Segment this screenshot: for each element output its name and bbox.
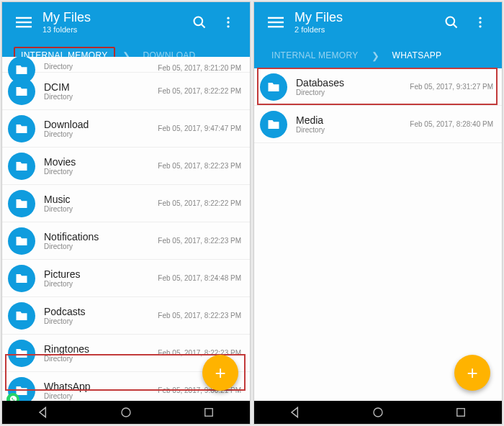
list-item[interactable]: PicturesDirectory Feb 05, 2017, 8:24:48 … <box>2 260 250 297</box>
list-item[interactable]: DownloadDirectory Feb 05, 2017, 9:47:47 … <box>2 110 250 148</box>
nav-recent-icon[interactable] <box>439 404 482 421</box>
more-icon[interactable] <box>470 12 490 32</box>
list-item[interactable]: MediaDirectory Feb 05, 2017, 8:28:40 PM <box>254 106 502 143</box>
svg-rect-12 <box>268 26 284 27</box>
svg-rect-9 <box>204 409 212 417</box>
fab-add[interactable]: + <box>454 355 490 391</box>
more-icon[interactable] <box>218 12 238 32</box>
item-sub: Directory <box>44 63 158 71</box>
app-subtitle: 13 folders <box>42 25 185 34</box>
item-name: Movies <box>44 156 158 168</box>
svg-rect-1 <box>16 22 32 23</box>
fab-add[interactable]: + <box>202 355 238 391</box>
nav-recent-icon[interactable] <box>187 404 230 421</box>
menu-icon[interactable] <box>14 12 34 32</box>
item-name: Download <box>44 119 158 130</box>
list-item[interactable]: Directory Feb 05, 2017, 8:21:20 PM <box>2 57 250 73</box>
svg-rect-0 <box>16 17 32 19</box>
item-date: Feb 05, 2017, 8:22:23 PM <box>158 237 241 245</box>
folder-icon <box>8 190 35 217</box>
android-navbar <box>2 401 250 424</box>
item-date: Feb 05, 2017, 8:22:22 PM <box>158 199 241 207</box>
item-date: Feb 05, 2017, 8:24:48 PM <box>158 274 241 282</box>
svg-point-7 <box>227 25 229 27</box>
svg-point-3 <box>194 17 203 26</box>
list-item[interactable]: MusicDirectory Feb 05, 2017, 8:22:22 PM <box>2 185 250 222</box>
chevron-right-icon: ❯ <box>372 50 379 61</box>
item-name: Media <box>296 114 410 126</box>
svg-point-17 <box>479 25 481 27</box>
file-list[interactable]: DatabasesDirectory Feb 05, 2017, 9:31:27… <box>254 68 502 401</box>
plus-icon: + <box>215 362 225 384</box>
item-sub: Directory <box>44 130 158 138</box>
svg-rect-10 <box>268 17 284 19</box>
item-date: Feb 05, 2017, 8:22:22 PM <box>158 87 241 95</box>
app-subtitle: 2 folders <box>294 25 437 34</box>
folder-icon <box>8 265 35 292</box>
screen-right: My Files 2 folders INTERNAL MEMORY ❯ WHA… <box>253 1 503 425</box>
item-sub: Directory <box>44 280 158 288</box>
item-name: WhatsApp <box>44 381 158 392</box>
android-navbar <box>254 401 502 424</box>
list-item[interactable]: NotificationsDirectory Feb 05, 2017, 8:2… <box>2 222 250 260</box>
nav-back-icon[interactable] <box>22 404 65 421</box>
nav-home-icon[interactable] <box>356 404 400 421</box>
nav-back-icon[interactable] <box>274 404 317 421</box>
item-date: Feb 05, 2017, 8:21:20 PM <box>158 64 241 72</box>
svg-point-13 <box>446 17 455 26</box>
item-date: Feb 05, 2017, 8:28:40 PM <box>410 120 493 128</box>
item-name: Ringtones <box>44 343 158 355</box>
item-name: Pictures <box>44 268 158 280</box>
item-sub: Directory <box>296 126 410 134</box>
item-date: Feb 05, 2017, 8:22:23 PM <box>158 162 241 170</box>
folder-icon <box>8 377 35 402</box>
item-date: Feb 05, 2017, 8:22:23 PM <box>158 349 241 357</box>
folder-icon <box>8 78 35 105</box>
folder-icon <box>8 302 35 330</box>
breadcrumb: INTERNAL MEMORY ❯ WHATSAPP <box>254 42 502 68</box>
svg-point-8 <box>122 408 130 417</box>
screen-left: My Files 13 folders INTERNAL MEMORY ❯ DO… <box>1 1 251 425</box>
svg-rect-19 <box>456 409 464 417</box>
breadcrumb-whatsapp[interactable]: WHATSAPP <box>387 48 448 63</box>
appbar-titles: My Files 2 folders <box>294 11 437 34</box>
search-icon[interactable] <box>441 12 462 32</box>
item-date: Feb 05, 2017, 9:47:47 PM <box>158 124 241 132</box>
svg-line-4 <box>202 24 205 28</box>
item-name: DCIM <box>44 81 158 93</box>
item-name: Databases <box>296 77 410 89</box>
list-item[interactable]: MoviesDirectory Feb 05, 2017, 8:22:23 PM <box>2 148 250 185</box>
item-name: Podcasts <box>44 306 158 317</box>
folder-icon <box>8 153 35 180</box>
app-title: My Files <box>294 11 437 25</box>
search-icon[interactable] <box>189 12 210 32</box>
appbar: My Files 13 folders <box>2 2 250 42</box>
item-sub: Directory <box>44 205 158 213</box>
menu-icon[interactable] <box>266 12 286 32</box>
item-name: Notifications <box>44 231 158 243</box>
svg-point-15 <box>479 17 481 19</box>
svg-rect-2 <box>16 26 32 27</box>
item-sub: Directory <box>44 168 158 176</box>
item-sub: Directory <box>44 317 158 325</box>
item-date: Feb 05, 2017, 9:31:27 PM <box>410 83 493 91</box>
folder-icon <box>8 115 35 142</box>
svg-rect-11 <box>268 22 284 23</box>
item-sub: Directory <box>44 355 158 363</box>
nav-home-icon[interactable] <box>104 404 148 421</box>
list-item[interactable]: DCIMDirectory Feb 05, 2017, 8:22:22 PM <box>2 73 250 110</box>
svg-point-6 <box>227 21 229 23</box>
breadcrumb-internal[interactable]: INTERNAL MEMORY <box>266 48 364 63</box>
svg-point-18 <box>374 408 382 417</box>
svg-line-14 <box>454 24 457 28</box>
appbar-titles: My Files 13 folders <box>42 11 185 34</box>
folder-icon <box>260 73 287 101</box>
list-item-databases[interactable]: DatabasesDirectory Feb 05, 2017, 9:31:27… <box>254 68 502 106</box>
file-list[interactable]: Directory Feb 05, 2017, 8:21:20 PM DCIMD… <box>2 57 250 401</box>
app-title: My Files <box>42 11 185 25</box>
svg-point-16 <box>479 21 481 23</box>
list-item[interactable]: PodcastsDirectory Feb 05, 2017, 8:22:23 … <box>2 297 250 335</box>
item-sub: Directory <box>44 93 158 101</box>
item-sub: Directory <box>296 89 410 96</box>
item-date: Feb 05, 2017, 8:22:23 PM <box>158 312 241 320</box>
